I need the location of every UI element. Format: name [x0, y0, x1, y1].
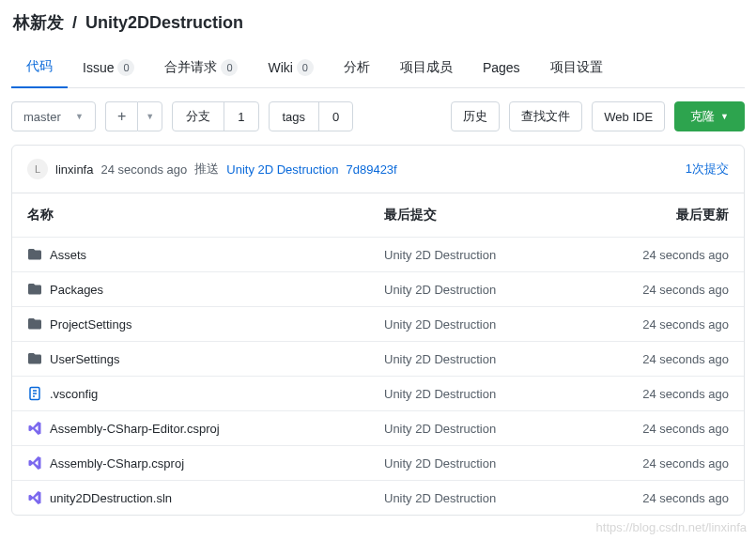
table-row: AssetsUnity 2D Destruction24 seconds ago	[12, 237, 744, 271]
folder-icon	[27, 351, 42, 366]
file-name: Assembly-CSharp-Editor.csproj	[50, 422, 220, 436]
tab-5[interactable]: 项目成员	[385, 49, 468, 87]
file-time: 24 seconds ago	[597, 387, 729, 401]
table-row: Assembly-CSharp-Editor.csprojUnity 2D De…	[12, 410, 744, 445]
file-name-cell[interactable]: .vsconfig	[27, 386, 384, 401]
tab-0[interactable]: 代码	[11, 49, 68, 88]
file-commit[interactable]: Unity 2D Destruction	[384, 248, 597, 262]
file-commit[interactable]: Unity 2D Destruction	[384, 422, 597, 436]
tab-label: 项目设置	[550, 59, 603, 76]
last-commit-row: L linxinfa 24 seconds ago 推送 Unity 2D De…	[12, 146, 744, 193]
tags-counter[interactable]: tags 0	[269, 101, 354, 131]
watermark: https://blog.csdn.net/linxinfa	[596, 520, 747, 527]
tab-4[interactable]: 分析	[329, 49, 385, 87]
repo-owner[interactable]: 林新发	[13, 13, 64, 32]
table-row: unity2DDestruction.slnUnity 2D Destructi…	[12, 480, 744, 515]
tab-7[interactable]: 项目设置	[535, 49, 618, 87]
file-time: 24 seconds ago	[597, 317, 729, 332]
table-row: PackagesUnity 2D Destruction24 seconds a…	[12, 271, 744, 306]
file-time: 24 seconds ago	[597, 491, 729, 505]
col-name: 名称	[27, 207, 384, 224]
file-name-cell[interactable]: UserSettings	[27, 351, 384, 366]
repo-tabs: 代码Issue0合并请求0Wiki0分析项目成员Pages项目设置	[11, 49, 745, 88]
file-name-cell[interactable]: Assembly-CSharp-Editor.csproj	[27, 421, 384, 436]
chevron-down-icon: ▼	[75, 112, 84, 121]
tab-label: 分析	[344, 59, 370, 76]
file-name: unity2DDestruction.sln	[50, 491, 172, 505]
file-table-header: 名称 最后提交 最后更新	[12, 193, 744, 237]
commit-count-link[interactable]: 1次提交	[686, 161, 729, 177]
tab-label: Pages	[483, 60, 520, 75]
tab-3[interactable]: Wiki0	[253, 49, 328, 87]
tab-label: 合并请求	[164, 59, 217, 76]
file-name: ProjectSettings	[50, 317, 131, 332]
file-name: Packages	[50, 283, 103, 297]
branch-select[interactable]: master ▼	[11, 101, 96, 131]
tab-label: Issue	[83, 60, 114, 75]
file-time: 24 seconds ago	[597, 422, 729, 436]
branches-label: 分支	[173, 102, 224, 131]
branch-name: master	[23, 110, 61, 124]
find-file-button[interactable]: 查找文件	[509, 101, 582, 131]
repo-name[interactable]: Unity2DDestruction	[85, 13, 243, 32]
file-name: Assembly-CSharp.csproj	[50, 456, 184, 471]
file-name: UserSettings	[50, 352, 119, 366]
file-commit[interactable]: Unity 2D Destruction	[384, 456, 597, 471]
breadcrumb-sep: /	[72, 13, 77, 32]
table-row: Assembly-CSharp.csprojUnity 2D Destructi…	[12, 445, 744, 480]
file-commit[interactable]: Unity 2D Destruction	[384, 317, 597, 332]
file-name-cell[interactable]: ProjectSettings	[27, 316, 384, 332]
commit-sha[interactable]: 7d89423f	[346, 162, 396, 177]
file-name-cell[interactable]: Assembly-CSharp.csproj	[27, 455, 384, 471]
tab-label: Wiki	[268, 60, 292, 75]
repo-toolbar: master ▼ + ▼ 分支 1 tags 0 历史 查找文件 Web IDE…	[11, 101, 745, 131]
history-button[interactable]: 历史	[451, 101, 500, 131]
chevron-down-icon: ▼	[720, 112, 729, 121]
file-time: 24 seconds ago	[597, 248, 729, 262]
tab-1[interactable]: Issue0	[68, 49, 149, 87]
vs-icon	[27, 455, 42, 471]
file-name-cell[interactable]: unity2DDestruction.sln	[27, 490, 384, 505]
commit-time: 24 seconds ago	[100, 162, 187, 177]
col-updated: 最后更新	[597, 207, 729, 224]
clone-button[interactable]: 克隆 ▼	[674, 101, 745, 131]
col-commit: 最后提交	[384, 207, 597, 224]
folder-icon	[27, 282, 42, 297]
file-time: 24 seconds ago	[597, 456, 729, 471]
commit-action: 推送	[194, 161, 219, 177]
file-icon	[27, 386, 42, 401]
file-name: .vsconfig	[50, 387, 98, 401]
commit-message[interactable]: Unity 2D Destruction	[226, 162, 338, 177]
branches-counter[interactable]: 分支 1	[172, 101, 258, 131]
folder-icon	[27, 316, 42, 332]
tags-count: 0	[318, 102, 352, 131]
add-button-group: + ▼	[105, 101, 162, 131]
file-commit[interactable]: Unity 2D Destruction	[384, 491, 597, 505]
vs-icon	[27, 421, 42, 436]
tab-badge: 0	[297, 59, 314, 76]
repo-breadcrumb: 林新发 / Unity2DDestruction	[11, 11, 745, 34]
web-ide-button[interactable]: Web IDE	[592, 101, 665, 131]
file-commit[interactable]: Unity 2D Destruction	[384, 352, 597, 366]
tab-2[interactable]: 合并请求0	[149, 49, 253, 87]
tab-badge: 0	[221, 59, 238, 76]
branches-count: 1	[224, 102, 257, 131]
file-time: 24 seconds ago	[597, 283, 729, 297]
file-commit[interactable]: Unity 2D Destruction	[384, 283, 597, 297]
tags-label: tags	[270, 102, 319, 131]
file-name-cell[interactable]: Assets	[27, 247, 384, 262]
file-name: Assets	[50, 248, 86, 262]
tab-label: 代码	[26, 58, 53, 75]
table-row: ProjectSettingsUnity 2D Destruction24 se…	[12, 306, 744, 341]
tab-6[interactable]: Pages	[468, 49, 535, 87]
add-button[interactable]: +	[105, 101, 137, 131]
avatar[interactable]: L	[27, 159, 48, 179]
commit-user[interactable]: linxinfa	[55, 162, 93, 177]
file-panel: L linxinfa 24 seconds ago 推送 Unity 2D De…	[11, 145, 745, 516]
file-commit[interactable]: Unity 2D Destruction	[384, 387, 597, 401]
file-name-cell[interactable]: Packages	[27, 282, 384, 297]
tab-badge: 0	[117, 59, 134, 76]
vs-icon	[27, 490, 42, 505]
add-dropdown[interactable]: ▼	[137, 101, 162, 131]
chevron-down-icon: ▼	[146, 112, 154, 121]
